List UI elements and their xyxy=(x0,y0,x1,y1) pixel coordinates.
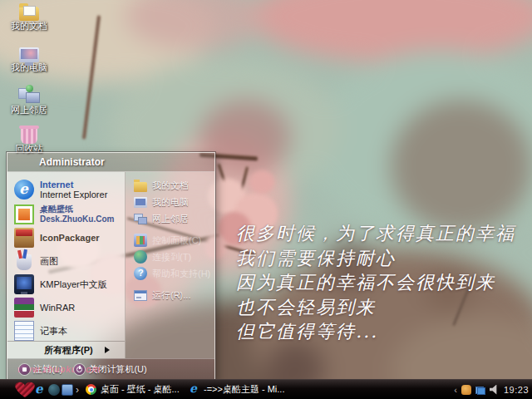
menu-item-network-places[interactable]: 网上邻居 xyxy=(126,210,214,227)
menu-item-label: 我的电脑 xyxy=(152,196,189,209)
quote-line: 但它值得等待... xyxy=(236,319,515,344)
menu-item-label: 控制面板(C) xyxy=(152,234,201,247)
help-support-icon xyxy=(134,267,147,280)
quote-line: 因为真正的幸福不会很快到来 xyxy=(236,270,515,295)
username: Administrator xyxy=(39,156,105,168)
window-icon xyxy=(62,384,73,396)
start-menu-footer: www.zhuoku.com 注销(L) 关闭计算机(U) xyxy=(7,358,214,379)
desktop-icon-label: 网上邻居 xyxy=(5,105,53,116)
my-computer-icon xyxy=(134,197,147,208)
menu-item-label: Internet xyxy=(40,180,73,190)
menu-item-label: WinRAR xyxy=(40,303,75,313)
menu-item-label: 网上邻居 xyxy=(152,213,189,225)
winrar-icon xyxy=(14,298,34,318)
all-programs-button[interactable]: 所有程序(P) xyxy=(7,341,125,358)
all-programs-arrow-icon xyxy=(105,347,110,353)
my-documents-icon xyxy=(134,182,147,192)
menu-item-label: 运行(R)... xyxy=(152,289,190,302)
all-programs-label: 所有程序(P) xyxy=(44,344,93,357)
menu-item-label: KMPlayer中文版 xyxy=(40,279,107,289)
quote-line: 也不会轻易到来 xyxy=(236,295,515,320)
quick-launch-ie[interactable] xyxy=(33,380,45,399)
start-menu-left-column: Internet Internet Explorer 桌酷壁纸Desk.Zhuo… xyxy=(7,172,126,358)
taskbar-task-zhuoku-theme[interactable]: -=>>桌酷主题 - Mi... xyxy=(189,380,285,399)
menu-item-label: IconPackager xyxy=(40,233,100,243)
desktop-icon-my-documents[interactable]: 我的文档 xyxy=(5,7,53,45)
menu-item-label: 记事本 xyxy=(40,326,67,336)
collapse-chevron-icon[interactable]: ‹ xyxy=(454,385,457,395)
network-places-icon xyxy=(134,212,147,225)
quick-launch-globe[interactable] xyxy=(48,380,60,399)
more-chevron-icon: › xyxy=(76,384,79,396)
desktop-icon-list: 我的文档 我的电脑 网上邻居 回收站 xyxy=(5,2,53,164)
system-tray: ‹ 19:23 xyxy=(454,380,529,399)
iconpackager-icon xyxy=(14,228,34,248)
quote-line: 我们需要保持耐心 xyxy=(236,246,515,271)
quick-launch-window[interactable] xyxy=(62,380,73,399)
menu-item-label: 桌酷壁纸Desk.ZhuoKu.Com xyxy=(40,204,121,224)
menu-item-label: 帮助和支持(H) xyxy=(152,268,210,280)
menu-item-notepad[interactable]: 记事本 xyxy=(7,319,125,342)
menu-item-kmplayer[interactable]: KMPlayer中文版 xyxy=(7,273,125,296)
menu-item-zhuoku-wallpaper[interactable]: 桌酷壁纸Desk.ZhuoKu.Com xyxy=(7,203,125,226)
network-places-icon xyxy=(18,86,40,105)
connect-to-icon xyxy=(134,250,147,264)
wallpaper-quote: 很多时候，为了求得真正的幸福 我们需要保持耐心 因为真正的幸福不会很快到来 也不… xyxy=(236,221,515,344)
menu-item-label: 画图 xyxy=(40,256,58,266)
desktop-icon-my-computer[interactable]: 我的电脑 xyxy=(5,47,53,86)
zhuoku-wallpaper-icon xyxy=(14,204,34,224)
desktop: 很多时候，为了求得真正的幸福 我们需要保持耐心 因为真正的幸福不会很快到来 也不… xyxy=(0,0,532,399)
taskbar-task-wallpaper-browser[interactable]: 桌面 - 壁纸 - 桌酷... xyxy=(86,380,180,399)
task-title: 桌面 - 壁纸 - 桌酷... xyxy=(101,383,180,396)
control-panel-icon xyxy=(134,234,147,247)
taskbar-clock[interactable]: 19:23 xyxy=(504,385,529,395)
paint-icon xyxy=(17,254,32,270)
menu-item-winrar[interactable]: WinRAR xyxy=(7,296,125,319)
my-documents-icon xyxy=(19,7,39,21)
quick-launch-more-chevron[interactable]: › xyxy=(76,380,79,399)
kmplayer-icon xyxy=(14,274,34,294)
menu-item-connect-to[interactable]: 连接到(T) xyxy=(126,249,214,265)
menu-item-internet-explorer[interactable]: Internet Internet Explorer xyxy=(7,176,125,203)
chrome-icon xyxy=(86,384,96,395)
start-menu-right-column: 我的文档 我的电脑 网上邻居 控制面板(C) 连接到(T) xyxy=(126,172,214,358)
internet-explorer-icon xyxy=(14,180,34,200)
menu-item-control-panel[interactable]: 控制面板(C) xyxy=(126,232,214,249)
menu-item-my-computer[interactable]: 我的电脑 xyxy=(126,194,214,210)
taskbar: › 桌面 - 壁纸 - 桌酷... -=>>桌酷主题 - Mi... ‹ 19:… xyxy=(0,379,532,399)
start-menu-user-header: Administrator xyxy=(7,153,214,172)
volume-tray-icon[interactable] xyxy=(490,385,500,395)
ie-icon xyxy=(189,384,200,395)
menu-item-label: 我的文档 xyxy=(152,180,189,192)
recycle-bin-icon xyxy=(21,126,37,144)
pet-tray-icon[interactable] xyxy=(461,385,471,395)
menu-item-my-documents[interactable]: 我的文档 xyxy=(126,177,214,194)
task-title: -=>>桌酷主题 - Mi... xyxy=(204,383,285,396)
menu-item-paint[interactable]: 画图 xyxy=(7,249,125,273)
log-off-icon xyxy=(19,364,30,375)
my-computer-icon xyxy=(19,47,39,62)
menu-item-sublabel: Internet Explorer xyxy=(40,190,107,200)
menu-item-run[interactable]: 运行(R)... xyxy=(126,287,214,303)
menu-item-iconpackager[interactable]: IconPackager xyxy=(7,226,125,249)
menu-item-label: 连接到(T) xyxy=(152,251,191,264)
globe-icon xyxy=(48,384,60,396)
notepad-icon xyxy=(14,321,34,341)
desktop-icon-network-places[interactable]: 网上邻居 xyxy=(5,86,53,125)
desktop-icon-label: 我的文档 xyxy=(5,21,53,32)
ie-icon xyxy=(33,384,45,396)
network-tray-icon[interactable] xyxy=(475,385,485,395)
start-menu: Administrator Internet Internet Explorer… xyxy=(7,152,215,380)
run-icon xyxy=(134,290,147,301)
quote-line: 很多时候，为了求得真正的幸福 xyxy=(236,221,515,246)
menu-item-help-support[interactable]: 帮助和支持(H) xyxy=(126,265,214,282)
power-icon xyxy=(74,364,85,375)
